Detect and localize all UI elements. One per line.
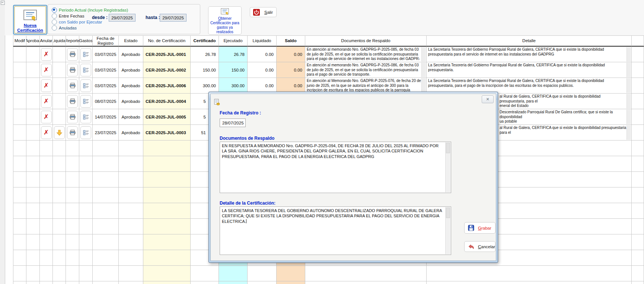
cell-scrollbar[interactable] bbox=[421, 78, 426, 93]
radio-periodo-actual[interactable]: Periodo Actual (Incluye Registradas) bbox=[52, 7, 128, 13]
textarea-scrollbar[interactable] bbox=[445, 207, 450, 254]
col-header-gastos: Gastos bbox=[79, 35, 93, 47]
cell-aprobar bbox=[26, 125, 40, 141]
splitter-handle[interactable] bbox=[1, 1, 5, 5]
cell-anular: ✗ bbox=[40, 125, 53, 141]
desde-input[interactable]: 29/07/2025 bbox=[109, 14, 136, 22]
cell-modif bbox=[13, 47, 26, 62]
floppy-disk-icon bbox=[468, 225, 474, 231]
cell-scrollbar[interactable] bbox=[627, 94, 631, 108]
cell-scrollbar[interactable] bbox=[627, 110, 631, 124]
printer-icon bbox=[70, 114, 76, 120]
obtener-certificacion-button[interactable]: Obtener Certificación para gastos ya rea… bbox=[208, 6, 242, 35]
gastos-button[interactable] bbox=[80, 126, 91, 139]
cell-anular: ✗ bbox=[40, 47, 53, 62]
cell-reporte bbox=[66, 109, 79, 125]
col-header-certificado: Certificado bbox=[191, 35, 219, 47]
cell-scrollbar[interactable] bbox=[421, 63, 426, 77]
cell-gastos bbox=[79, 78, 93, 94]
undo-arrow-icon bbox=[468, 243, 474, 250]
cell-scrollbar[interactable] bbox=[627, 63, 631, 77]
reporte-button[interactable] bbox=[67, 64, 78, 76]
cell-numero-certificacion[interactable]: CER-2025-JUL-0005 bbox=[143, 109, 191, 125]
dialog-close-button[interactable]: ✕ bbox=[482, 95, 494, 103]
cell-certificado: 300.00 bbox=[191, 78, 219, 94]
reporte-button[interactable] bbox=[67, 48, 78, 61]
collapsed-side-panel[interactable] bbox=[0, 0, 5, 284]
reporte-button[interactable] bbox=[67, 79, 78, 92]
gastos-button[interactable] bbox=[80, 64, 91, 76]
printer-icon bbox=[70, 67, 76, 73]
documentos-respaldo-text: EN RESPUESTA A MEMORANDO Nro. GADPRG-P-2… bbox=[222, 143, 439, 159]
cell-numero-certificacion[interactable]: CER-2025-JUL-0006 bbox=[143, 78, 191, 94]
cell-gastos bbox=[79, 109, 93, 125]
cell-numero-certificacion[interactable]: CER-2025-JUL-0002 bbox=[143, 62, 191, 78]
col-header-fecha: Fecha de Registro bbox=[93, 35, 119, 47]
radio-icon[interactable] bbox=[52, 19, 57, 25]
anular-button[interactable]: ✗ bbox=[41, 126, 52, 139]
cell-scrollbar[interactable] bbox=[627, 47, 631, 61]
cell-liquidar bbox=[53, 125, 66, 141]
cell-aprobar bbox=[26, 94, 40, 109]
table-header-row: Modif Aprobar Anular Liquidar Reporte Ga… bbox=[13, 35, 644, 47]
col-header-liquidar: Liquidar bbox=[53, 35, 66, 47]
cell-aprobar bbox=[26, 109, 40, 125]
red-x-icon: ✗ bbox=[44, 114, 49, 120]
cell-liquidado: 0.00 bbox=[248, 78, 277, 94]
hasta-input[interactable]: 29/07/2025 bbox=[160, 14, 186, 22]
reporte-button[interactable] bbox=[67, 126, 78, 139]
cell-numero-certificacion[interactable]: CER-2025-JUL-0003 bbox=[143, 125, 191, 141]
radio-anuladas[interactable]: Anuladas bbox=[52, 25, 77, 31]
cell-reporte bbox=[66, 94, 79, 109]
cell-scrollbar[interactable] bbox=[627, 78, 631, 93]
cell-numero-certificacion[interactable]: CER-2025-JUL-0001 bbox=[143, 47, 191, 62]
gastos-button[interactable] bbox=[80, 95, 91, 108]
radio-icon[interactable] bbox=[52, 13, 57, 19]
detalle-certificacion-label: Detalle de la Certificación: bbox=[220, 201, 275, 206]
textarea-scrollbar[interactable] bbox=[445, 142, 450, 192]
gastos-button[interactable] bbox=[80, 48, 91, 61]
cancelar-button[interactable]: Cancelar bbox=[464, 241, 495, 252]
detalle-text: La Secretaria Tesoreria del Gobierno Par… bbox=[427, 62, 631, 73]
radio-icon[interactable] bbox=[52, 25, 57, 31]
cell-scrollbar[interactable] bbox=[421, 47, 426, 61]
cell-numero-certificacion[interactable]: CER-2025-JUL-0004 bbox=[143, 94, 191, 109]
nueva-certificacion-button[interactable]: Nueva Certificación bbox=[13, 5, 47, 35]
anular-button[interactable]: ✗ bbox=[41, 79, 52, 92]
radio-label: Entre Fechas bbox=[59, 14, 84, 18]
anular-button[interactable]: ✗ bbox=[41, 95, 52, 108]
cell-estado: Aprobado bbox=[119, 62, 143, 78]
anular-button[interactable]: ✗ bbox=[41, 111, 52, 123]
radio-icon[interactable] bbox=[52, 7, 57, 13]
anular-button[interactable]: ✗ bbox=[41, 64, 52, 76]
red-x-icon: ✗ bbox=[44, 82, 49, 89]
cell-estado: Aprobado bbox=[119, 47, 143, 62]
documentos-respaldo-textarea[interactable]: EN RESPUESTA A MEMORANDO Nro. GADPRG-P-2… bbox=[220, 142, 451, 193]
reporte-button[interactable] bbox=[67, 111, 78, 123]
radio-con-saldo[interactable]: con Saldo por Ejecutar bbox=[52, 19, 102, 25]
cell-liquidado: 0.00 bbox=[248, 47, 277, 62]
cell-liquidar bbox=[53, 78, 66, 94]
cell-fecha-registro: 23/07/2025 bbox=[93, 125, 119, 141]
red-x-icon: ✗ bbox=[44, 129, 49, 136]
text-caret bbox=[246, 219, 246, 223]
radio-entre-fechas[interactable]: Entre Fechas bbox=[52, 13, 84, 19]
hasta-label: hasta : bbox=[146, 15, 160, 20]
col-header-saldo: Saldo bbox=[277, 35, 305, 47]
printer-icon bbox=[70, 83, 76, 88]
salir-button[interactable]: Salir bbox=[250, 7, 277, 17]
detalle-certificacion-textarea[interactable]: LA SECRETARIA TESORERA DEL GOBIERNO AUTO… bbox=[220, 206, 451, 255]
fecha-registro-input[interactable]: 28/07/2025 bbox=[220, 119, 246, 127]
cell-certificado: 150.00 bbox=[191, 62, 219, 78]
anular-button[interactable]: ✗ bbox=[41, 48, 52, 61]
cell-estado: Aprobado bbox=[119, 109, 143, 125]
cell-anular: ✗ bbox=[40, 62, 53, 78]
liquidar-button[interactable] bbox=[54, 126, 65, 139]
reporte-button[interactable] bbox=[67, 95, 78, 108]
gastos-button[interactable] bbox=[80, 79, 91, 92]
cell-modif bbox=[13, 78, 26, 94]
printer-icon bbox=[70, 51, 76, 57]
gastos-button[interactable] bbox=[80, 111, 91, 123]
cell-scrollbar[interactable] bbox=[627, 125, 631, 140]
grabar-button[interactable]: Grabar bbox=[464, 222, 495, 234]
